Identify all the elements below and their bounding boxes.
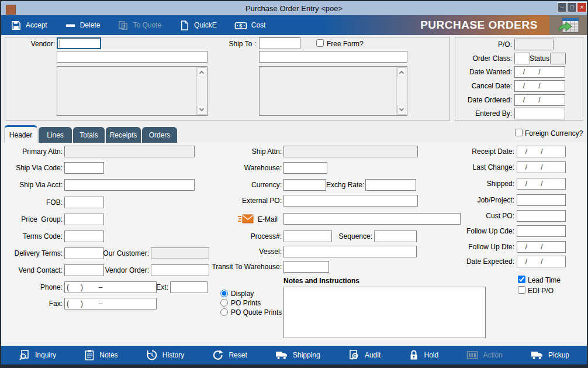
process-number-label: Process#: xyxy=(219,232,282,240)
fob-input[interactable] xyxy=(64,197,104,208)
our-customer-label: Our Customer: xyxy=(88,249,149,257)
notes-instructions-title: Notes and Instructions xyxy=(283,277,359,285)
ship-to-code-input[interactable] xyxy=(259,37,300,49)
follow-up-dte-input[interactable] xyxy=(517,241,566,253)
sequence-input[interactable] xyxy=(374,231,417,242)
notes-label: Notes xyxy=(99,351,117,359)
audit-button[interactable]: Audit xyxy=(348,349,381,361)
hold-button[interactable]: Hold xyxy=(409,349,438,361)
ext-input[interactable] xyxy=(170,281,207,293)
vendor-order-input[interactable] xyxy=(151,264,209,276)
po-prints-radio[interactable] xyxy=(220,299,228,307)
phone-input[interactable] xyxy=(64,281,157,293)
title-bar: Purchase Order Entry <poe> xyxy=(1,1,587,15)
vendor-code-input[interactable] xyxy=(57,37,101,49)
vessel-label: Vessel: xyxy=(219,247,282,256)
quicke-button[interactable]: QuickE xyxy=(177,19,219,32)
cost-button[interactable]: $ Cost xyxy=(232,19,268,32)
receipt-date-input[interactable] xyxy=(517,146,566,157)
ship-to-address-scrollbar[interactable] xyxy=(396,67,406,115)
foreign-currency-checkbox[interactable] xyxy=(515,129,523,136)
email-input[interactable] xyxy=(283,213,461,225)
transit-warehouse-input[interactable] xyxy=(283,261,329,273)
terms-code-input[interactable] xyxy=(64,231,104,242)
free-form-checkbox[interactable] xyxy=(316,39,324,47)
last-change-input[interactable] xyxy=(517,161,566,173)
bottom-toolbar: Inquiry Notes History Reset Shipping Aud… xyxy=(1,346,587,364)
ship-via-acct-input[interactable] xyxy=(64,179,195,191)
scroll-up-button[interactable] xyxy=(198,67,206,77)
currency-input[interactable] xyxy=(283,179,326,191)
price-group-input[interactable] xyxy=(64,214,104,225)
window-title: Purchase Order Entry <poe> xyxy=(1,4,587,13)
tab-totals[interactable]: Totals xyxy=(73,127,105,143)
date-expected-input[interactable] xyxy=(517,256,566,267)
entered-by-input[interactable] xyxy=(514,108,565,119)
ship-to-name-input[interactable] xyxy=(259,51,407,63)
vendor-name-input[interactable] xyxy=(57,51,207,63)
cust-po-input[interactable] xyxy=(517,210,566,222)
vendor-label: Vendor: xyxy=(5,40,55,48)
notes-instructions-textarea[interactable] xyxy=(283,287,486,338)
date-ordered-input[interactable] xyxy=(514,94,565,106)
inquiry-button[interactable]: Inquiry xyxy=(19,349,56,361)
reset-button[interactable]: Reset xyxy=(212,349,247,361)
email-icon[interactable] xyxy=(237,213,254,225)
lead-time-checkbox[interactable] xyxy=(518,276,525,283)
to-quote-icon xyxy=(117,20,129,31)
fax-input[interactable] xyxy=(64,298,157,309)
notes-button[interactable]: Notes xyxy=(84,349,117,361)
receipt-date-label: Receipt Date: xyxy=(450,147,514,156)
follow-up-cde-input[interactable] xyxy=(517,225,566,237)
email-label: E-Mail xyxy=(258,215,278,223)
cancel-date-input[interactable] xyxy=(514,80,565,92)
tab-lines[interactable]: Lines xyxy=(39,127,72,143)
spreadsheet-icon xyxy=(556,17,580,33)
module-launcher-button[interactable] xyxy=(549,15,587,35)
ship-via-code-input[interactable] xyxy=(64,162,104,174)
vendor-address-box[interactable] xyxy=(57,66,207,116)
exchg-rate-input[interactable] xyxy=(365,179,416,191)
last-change-label: Last Change: xyxy=(450,163,514,171)
scroll-down-button[interactable] xyxy=(198,105,206,115)
shipped-input[interactable] xyxy=(517,178,566,190)
pickup-button[interactable]: Pickup xyxy=(531,350,569,360)
scroll-up-button[interactable] xyxy=(397,67,406,77)
date-wanted-input[interactable] xyxy=(514,66,565,78)
tab-receipts[interactable]: Receipts xyxy=(106,127,141,143)
tab-header[interactable]: Header xyxy=(4,125,37,143)
order-class-input[interactable] xyxy=(514,53,530,64)
po-number-field xyxy=(514,39,554,50)
exchg-rate-label: Exchg Rate: xyxy=(326,181,364,189)
shipping-label: Shipping xyxy=(293,351,320,359)
primary-attn-label: Primary Attn: xyxy=(5,147,63,156)
vessel-input[interactable] xyxy=(283,246,417,257)
vendor-address-scrollbar[interactable] xyxy=(196,67,206,115)
ship-to-label: Ship To : xyxy=(203,40,256,48)
history-label: History xyxy=(162,351,184,359)
action-button: Action xyxy=(466,350,502,360)
shipping-button[interactable]: Shipping xyxy=(275,350,320,360)
warehouse-input[interactable] xyxy=(283,162,327,174)
external-po-label: External PO: xyxy=(219,197,282,205)
tab-orders[interactable]: Orders xyxy=(142,127,177,143)
ship-via-code-label: Ship Via Code: xyxy=(5,164,63,172)
history-button[interactable]: History xyxy=(146,349,184,361)
job-project-input[interactable] xyxy=(517,194,566,206)
po-prints-radio-label: PO Prints xyxy=(231,299,261,307)
edi-po-checkbox[interactable] xyxy=(518,286,525,294)
display-radio[interactable] xyxy=(220,290,228,297)
ship-to-address-box[interactable] xyxy=(259,66,407,116)
scroll-down-button[interactable] xyxy=(397,105,406,115)
po-quote-prints-radio[interactable] xyxy=(220,308,228,316)
external-po-input[interactable] xyxy=(283,195,418,207)
accept-button[interactable]: Accept xyxy=(8,19,50,32)
notes-icon xyxy=(84,349,95,361)
process-number-input[interactable] xyxy=(283,231,332,242)
delete-button[interactable]: Delete xyxy=(63,19,103,32)
maximize-button[interactable]: □ xyxy=(567,2,577,12)
follow-up-dte-label: Follow Up Dte: xyxy=(450,243,514,251)
minimize-button[interactable]: – xyxy=(557,2,567,12)
po-number-label: P/O: xyxy=(456,40,512,49)
close-button[interactable]: × xyxy=(577,2,587,12)
